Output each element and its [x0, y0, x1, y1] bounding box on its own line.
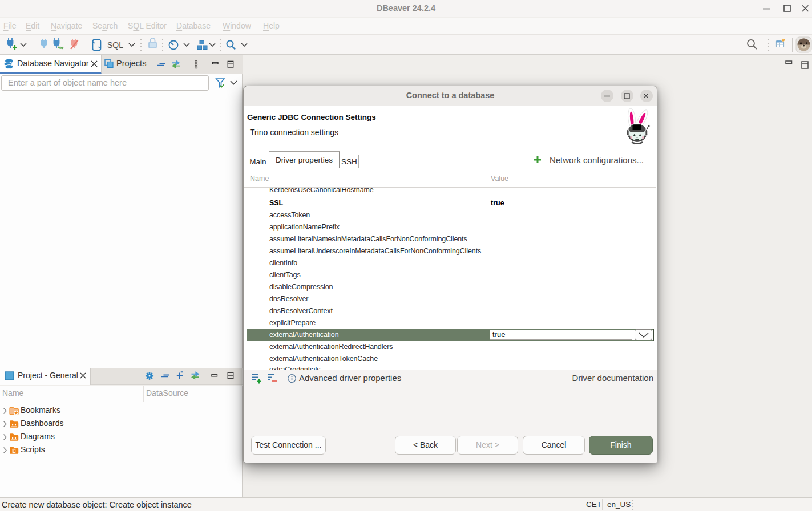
svg-text:SQL: SQL — [107, 40, 123, 50]
